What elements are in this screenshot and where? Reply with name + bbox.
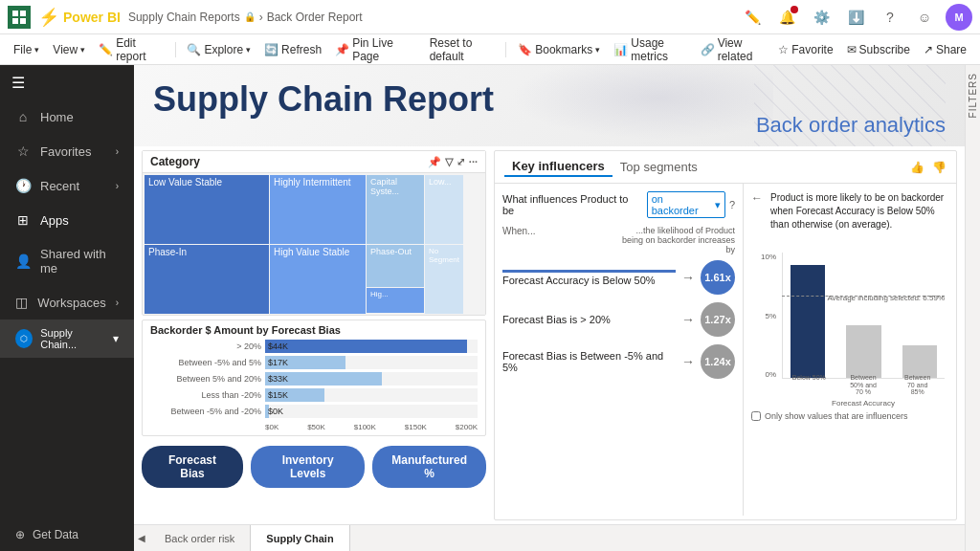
ki-bar-70-85[interactable]: [902, 345, 938, 378]
treemap-cell-capital-syste[interactable]: Capital Syste...: [367, 175, 424, 244]
bar-label-between-neg5-neg20: Between -5% and -20%: [150, 407, 265, 416]
thumbs-up-icon[interactable]: 👍: [910, 161, 924, 174]
sidebar-item-workspaces[interactable]: ◫ Workspaces ›: [0, 285, 134, 320]
apps-icon: ⊞: [15, 212, 31, 228]
download-icon-btn[interactable]: ⬇️: [842, 4, 869, 31]
title-bar-icons: ✏️ 🔔 ⚙️ ⬇️ ? ☺ M: [739, 4, 972, 31]
usage-metrics-btn[interactable]: 📊 Usage metrics: [608, 38, 692, 61]
file-menu[interactable]: File ▾: [8, 38, 45, 61]
manufactured-pct-btn[interactable]: Manufactured %: [372, 446, 486, 488]
ki-x-axis-title: Forecast Accuracy: [782, 399, 945, 408]
ki-dropdown[interactable]: on backorder ▾: [647, 191, 725, 218]
notification-icon-btn[interactable]: 🔔: [773, 4, 800, 31]
edit-report-btn[interactable]: ✏️ Edit report: [93, 38, 168, 61]
pencil-icon-btn[interactable]: ✏️: [739, 4, 766, 31]
x-label-50-70: Between50% and70 %: [836, 374, 891, 396]
x-label-70-85: Between70 and85%: [890, 374, 945, 396]
buttons-row: Forecast Bias Inventory Levels Manufactu…: [142, 440, 486, 490]
refresh-btn[interactable]: 🔄 Refresh: [258, 38, 327, 61]
treemap-cell-highly-intermittent[interactable]: Highly Intermittent: [270, 175, 366, 244]
y-label-10: 10%: [761, 253, 776, 261]
view-related-btn[interactable]: 🔗 View related: [695, 38, 771, 61]
tab-supply-chain[interactable]: Supply Chain: [251, 525, 349, 552]
ki-item-text-2: Forecast Bias is > 20%: [502, 314, 676, 325]
sidebar-item-home[interactable]: ⌂ Home: [0, 99, 134, 134]
ki-item-2[interactable]: Forecast Bias is > 20% → 1.27x: [502, 302, 735, 337]
ki-item-3[interactable]: Forecast Bias is Between -5% and 5% → 1.…: [502, 344, 735, 379]
bar-row-between-5-20: Between 5% and 20% $33K: [150, 372, 478, 386]
ki-header: Key influencers Top segments 👍 👎: [495, 151, 956, 184]
treemap-cell-hig[interactable]: Hig...: [367, 288, 424, 313]
user-avatar[interactable]: M: [946, 4, 972, 31]
ki-bars-area: [782, 253, 945, 379]
smiley-icon-btn[interactable]: ☺: [911, 4, 938, 31]
windows-icon[interactable]: [8, 6, 31, 29]
tab-key-influencers[interactable]: Key influencers: [504, 157, 612, 177]
right-panel: Key influencers Top segments 👍 👎 What in…: [494, 150, 957, 520]
sidebar-item-apps[interactable]: ⊞ Apps: [0, 203, 134, 237]
bar-chart-container: Backorder $ Amount by Forecast Bias > 20…: [143, 320, 485, 435]
bar-label-gt20: > 20%: [150, 342, 265, 351]
ki-when-col: When...: [502, 226, 619, 254]
category-header: Category 📌 ▽ ⤢ ···: [143, 151, 485, 173]
breadcrumb-arrow: ›: [259, 11, 263, 24]
influencers-checkbox[interactable]: [751, 411, 761, 421]
filter-icon[interactable]: ▽: [445, 156, 453, 168]
bar-label-between-5-20: Between 5% and 20%: [150, 374, 265, 384]
sidebar-item-recent[interactable]: 🕐 Recent ›: [0, 168, 134, 203]
ki-badge-2: 1.27x: [701, 302, 735, 337]
help-icon-btn[interactable]: ?: [877, 4, 903, 31]
explore-btn[interactable]: 🔍 Explore ▾: [181, 38, 256, 61]
bar-wrapper-between-neg5-neg20: $0K: [265, 405, 478, 418]
tab-back-order-risk[interactable]: Back order risk: [149, 525, 251, 552]
sidebar-item-get-data[interactable]: ⊕ Get Data: [0, 518, 134, 551]
filters-sidebar: FILTERS: [965, 65, 980, 551]
pin-icon[interactable]: 📌: [428, 156, 441, 168]
thumbs-down-icon[interactable]: 👎: [932, 161, 947, 174]
sidebar-item-supply-chain[interactable]: ⬡ Supply Chain... ▾: [0, 320, 134, 358]
y-label-0: 0%: [765, 370, 776, 379]
treemap-cell-high-value-stable[interactable]: High Value Stable: [270, 245, 366, 314]
prev-tab-arrow[interactable]: ◀: [134, 533, 149, 543]
favorite-btn[interactable]: ☆ Favorite: [772, 38, 838, 61]
forecast-bias-btn[interactable]: Forecast Bias: [142, 446, 243, 488]
report-subtitle: Back order analytics: [756, 113, 946, 138]
filters-label[interactable]: FILTERS: [968, 65, 978, 125]
gear-icon-btn[interactable]: ⚙️: [808, 4, 835, 31]
ki-bar-below50[interactable]: [791, 265, 826, 378]
share-btn[interactable]: ↗ Share: [918, 38, 972, 61]
ki-item-1[interactable]: Forecast Accuracy is Below 50% → 1.61x: [502, 260, 735, 295]
toolbar: File ▾ View ▾ ✏️ Edit report 🔍 Explore ▾…: [0, 34, 980, 65]
sidebar-item-favorites[interactable]: ☆ Favorites ›: [0, 134, 134, 168]
ki-bar-group-2: [838, 253, 888, 378]
sidebar-item-shared[interactable]: 👤 Shared with me: [0, 237, 134, 285]
x-label-200: $200K: [456, 423, 478, 431]
treemap-container: Low Value Stable Phase-In Highly Intermi…: [143, 173, 485, 315]
bar-value-between-5-20: $33K: [265, 374, 288, 384]
treemap-cell-low[interactable]: Low...: [425, 175, 463, 244]
inventory-levels-btn[interactable]: Inventory Levels: [251, 446, 365, 488]
more-icon[interactable]: ···: [469, 156, 478, 168]
ki-help-icon[interactable]: ?: [729, 199, 735, 210]
x-label-below50: Below 50%: [782, 374, 836, 396]
reset-btn[interactable]: Reset to default: [424, 38, 501, 61]
bookmarks-btn[interactable]: 🔖 Bookmarks ▾: [512, 38, 606, 61]
breadcrumb-supply-chain[interactable]: Supply Chain Reports: [128, 11, 240, 24]
ki-bar-50-70[interactable]: [846, 325, 881, 378]
sidebar-toggle[interactable]: ☰: [0, 65, 134, 99]
powerbi-logo: ⚡ Power BI: [38, 7, 121, 28]
treemap-cell-low-value-stable[interactable]: Low Value Stable: [145, 175, 269, 244]
treemap-cell-phase-out[interactable]: Phase-Out: [367, 245, 424, 287]
title-bar-left: ⚡ Power BI Supply Chain Reports 🔒 › Back…: [8, 6, 731, 29]
ki-arrow-3: →: [681, 354, 695, 369]
treemap-cell-no-segment[interactable]: No Segment: [425, 245, 463, 314]
ki-back-arrow[interactable]: ←: [751, 191, 763, 205]
pin-live-page-btn[interactable]: 📌 Pin Live Page: [329, 38, 422, 61]
subscribe-btn[interactable]: ✉ Subscribe: [841, 38, 916, 61]
breadcrumb-back-order[interactable]: Back Order Report: [267, 11, 363, 24]
view-menu[interactable]: View ▾: [47, 38, 91, 61]
treemap-cell-phase-in[interactable]: Phase-In: [145, 245, 269, 314]
tab-top-segments[interactable]: Top segments: [612, 158, 705, 176]
breadcrumb: Supply Chain Reports 🔒 › Back Order Repo…: [128, 11, 363, 24]
focus-icon[interactable]: ⤢: [457, 156, 465, 168]
